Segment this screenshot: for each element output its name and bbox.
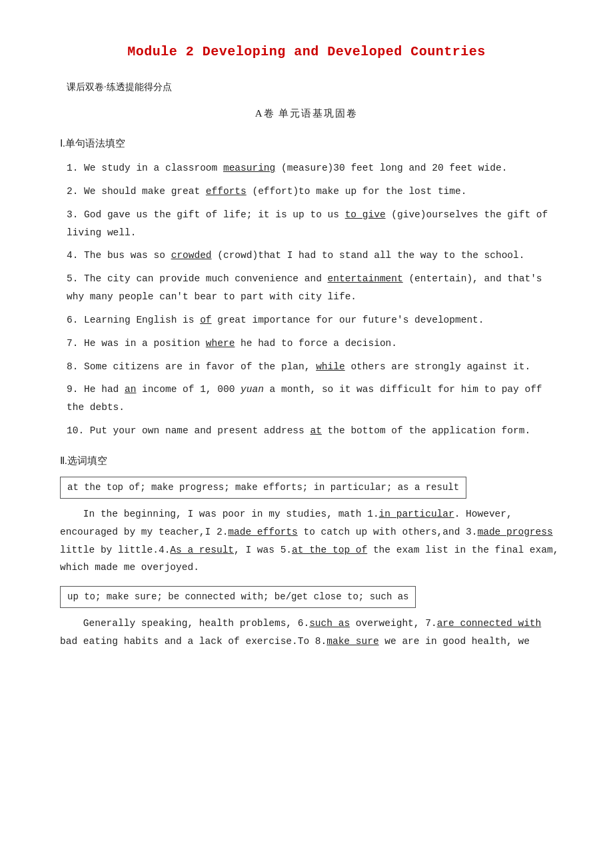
underline-7: where: [206, 338, 235, 349]
fill-6: such as: [309, 618, 350, 629]
fill-7: are connected with: [437, 618, 542, 629]
subtitle: 课后双卷·练透提能得分点: [53, 79, 560, 95]
items-block: 1. We study in a classroom measuring (me…: [53, 159, 560, 440]
item-8: 8. Some citizens are in favor of the pla…: [67, 358, 560, 376]
section-i-heading: Ⅰ.单句语法填空: [53, 135, 560, 153]
fill-4: As a result: [170, 545, 234, 555]
fill-2: made efforts: [228, 527, 297, 537]
word-box-1: at the top of; make progress; make effor…: [60, 477, 466, 499]
underline-5: entertainment: [328, 273, 403, 284]
item-4: 4. The bus was so crowded (crowd)that I …: [67, 247, 560, 265]
item-2: 2. We should make great efforts (effort)…: [67, 183, 560, 201]
item-9: 9. He had an income of 1, 000 yuan a mon…: [67, 381, 560, 417]
underline-1: measuring: [223, 163, 275, 173]
underline-10: at: [310, 425, 321, 436]
fill-5: at the top of: [292, 545, 367, 555]
underline-4: crowded: [171, 250, 212, 261]
underline-2: efforts: [206, 186, 247, 197]
underline-6: of: [200, 315, 211, 325]
item-1: 1. We study in a classroom measuring (me…: [67, 159, 560, 177]
word-box-2: up to; make sure; be connected with; be/…: [60, 586, 416, 608]
underline-9: an: [125, 384, 136, 395]
fill-8: make sure: [326, 636, 378, 647]
item-6: 6. Learning English is of great importan…: [67, 311, 560, 329]
italic-yuan: yuan: [241, 384, 264, 395]
page-title: Module 2 Developing and Developed Countr…: [53, 40, 560, 64]
underline-3: to give: [345, 209, 386, 220]
fill-3: made progress: [478, 527, 553, 537]
section-a-title: A卷 单元语基巩固卷: [53, 105, 560, 123]
passage-2: Generally speaking, health problems, 6.s…: [53, 615, 560, 651]
section-ii-heading: Ⅱ.选词填空: [53, 452, 560, 470]
item-3: 3. God gave us the gift of life; it is u…: [67, 206, 560, 242]
item-10: 10. Put your own name and present addres…: [67, 422, 560, 440]
fill-1: in particular: [379, 509, 454, 519]
passage-1: In the beginning, I was poor in my studi…: [53, 505, 560, 577]
item-7: 7. He was in a position where he had to …: [67, 335, 560, 353]
underline-8: while: [316, 361, 345, 372]
item-5: 5. The city can provide much convenience…: [67, 270, 560, 306]
